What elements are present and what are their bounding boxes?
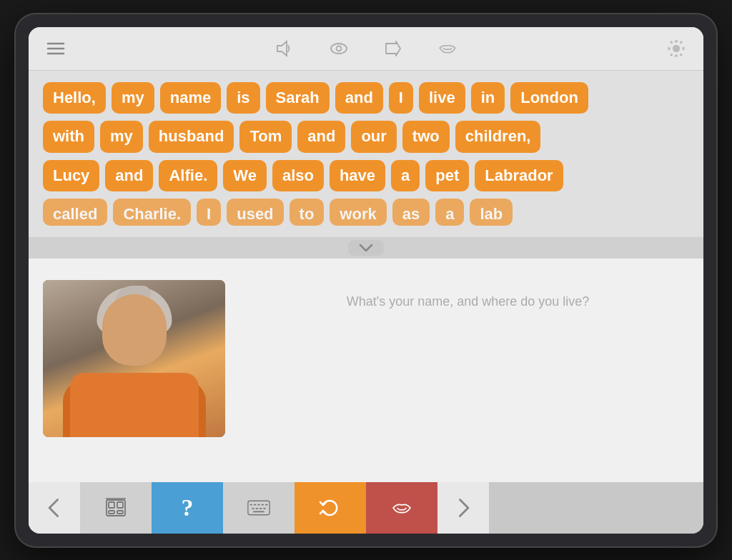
svg-rect-9 [117, 502, 123, 508]
settings-button[interactable] [663, 36, 689, 61]
word-token[interactable]: pet [425, 160, 469, 192]
word-token[interactable]: Sarah [266, 82, 330, 114]
lips-toolbar-button[interactable] [435, 36, 460, 61]
words-row-4-partial: called Charlie. I used to work as a lab [43, 199, 689, 226]
word-token[interactable]: I [389, 82, 413, 114]
photo-face [102, 294, 167, 366]
person-photo [43, 280, 225, 437]
word-token[interactable]: We [223, 160, 267, 192]
speaker-button[interactable] [272, 36, 297, 61]
toolbar-center [272, 36, 460, 61]
svg-marker-3 [277, 41, 287, 56]
words-area: Hello, my name is Sarah and I live in Lo… [29, 71, 703, 238]
word-token[interactable]: work [330, 199, 386, 226]
device-frame: Hello, my name is Sarah and I live in Lo… [16, 14, 716, 546]
hamburger-button[interactable] [43, 36, 69, 61]
word-token[interactable]: is [227, 82, 259, 114]
screen: Hello, my name is Sarah and I live in Lo… [29, 27, 703, 534]
svg-point-6 [673, 45, 680, 51]
word-token[interactable]: my [112, 82, 154, 114]
toolbar-right [663, 36, 689, 61]
word-token[interactable]: and [105, 160, 153, 192]
word-token[interactable]: with [43, 121, 94, 153]
keyboard-button[interactable] [223, 482, 295, 534]
word-token[interactable]: name [160, 82, 221, 114]
question-button[interactable]: ? [152, 482, 223, 534]
toolbar-left [43, 36, 69, 61]
word-token[interactable]: a [435, 199, 464, 226]
word-token[interactable]: as [392, 199, 430, 226]
svg-point-4 [331, 44, 347, 54]
repeat-button[interactable] [295, 482, 366, 534]
svg-rect-8 [109, 502, 114, 508]
words-row-1: Hello, my name is Sarah and I live in Lo… [43, 82, 689, 114]
words-row-3: Lucy and Alfie. We also have a pet Labra… [43, 160, 689, 192]
word-token[interactable]: have [330, 160, 385, 192]
word-token[interactable]: a [391, 160, 420, 192]
word-token[interactable]: children, [455, 121, 541, 153]
word-token[interactable]: my [100, 121, 143, 153]
word-token[interactable]: lab [470, 199, 513, 226]
word-token[interactable]: two [402, 121, 450, 153]
svg-rect-13 [248, 501, 269, 515]
expand-bar [29, 237, 703, 259]
word-token[interactable]: our [351, 121, 396, 153]
word-token[interactable]: and [335, 82, 383, 114]
svg-rect-11 [117, 511, 123, 514]
words-row-2: with my husband Tom and our two children… [43, 121, 689, 153]
word-token[interactable]: Lucy [43, 160, 99, 192]
question-text: What's your name, and where do you live? [247, 280, 689, 324]
svg-rect-10 [109, 511, 114, 514]
word-token[interactable]: called [43, 199, 107, 226]
photo-body [70, 373, 199, 437]
eye-button[interactable] [326, 36, 352, 61]
word-token[interactable]: Tom [239, 121, 292, 153]
word-token[interactable]: Hello, [43, 82, 106, 114]
next-button[interactable] [437, 482, 489, 534]
word-token[interactable]: to [290, 199, 325, 226]
word-token[interactable]: I [197, 199, 221, 226]
word-token[interactable]: Alfie. [159, 160, 217, 192]
prev-button[interactable] [29, 482, 80, 534]
lips-bottom-button[interactable] [366, 482, 437, 534]
expand-button[interactable] [348, 240, 384, 256]
forward-button[interactable] [380, 36, 406, 61]
word-token[interactable]: and [297, 121, 345, 153]
word-token[interactable]: used [227, 199, 283, 226]
gallery-button[interactable] [80, 482, 152, 534]
word-token[interactable]: husband [149, 121, 234, 153]
word-token[interactable]: also [272, 160, 324, 192]
svg-point-5 [337, 46, 342, 51]
word-token[interactable]: London [510, 82, 588, 114]
word-token[interactable]: Labrador [475, 160, 563, 192]
content-area: What's your name, and where do you live? [29, 259, 703, 481]
photo-background [43, 280, 225, 437]
bottom-bar: ? [29, 482, 703, 534]
toolbar [29, 27, 703, 71]
word-token[interactable]: live [419, 82, 465, 114]
word-token[interactable]: Charlie. [113, 199, 191, 226]
word-token[interactable]: in [471, 82, 505, 114]
